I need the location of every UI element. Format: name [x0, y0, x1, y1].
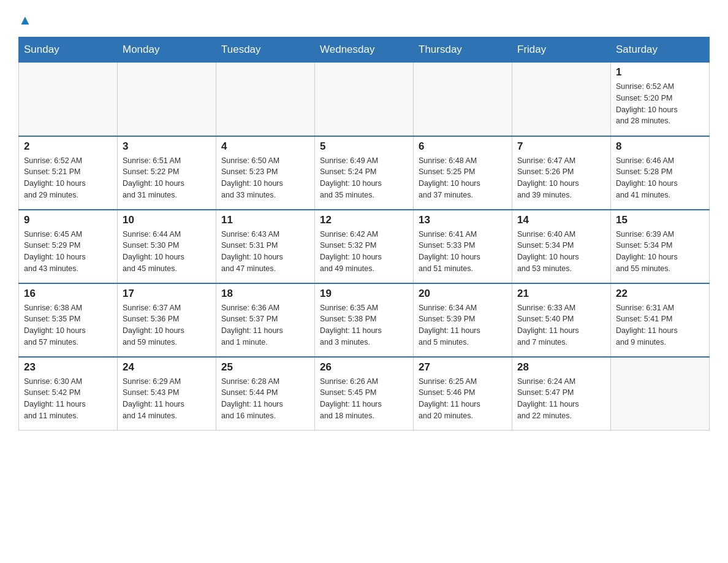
week-row-1: 1Sunrise: 6:52 AMSunset: 5:20 PMDaylight… — [19, 63, 710, 136]
calendar-cell: 15Sunrise: 6:39 AMSunset: 5:34 PMDayligh… — [611, 210, 710, 283]
calendar-cell: 14Sunrise: 6:40 AMSunset: 5:34 PMDayligh… — [512, 210, 611, 283]
day-number: 24 — [123, 361, 211, 373]
day-number: 15 — [616, 214, 704, 226]
day-info: Sunrise: 6:49 AMSunset: 5:24 PMDaylight:… — [320, 155, 408, 201]
day-info: Sunrise: 6:40 AMSunset: 5:34 PMDaylight:… — [517, 229, 605, 275]
calendar-cell: 12Sunrise: 6:42 AMSunset: 5:32 PMDayligh… — [315, 210, 414, 283]
day-info: Sunrise: 6:36 AMSunset: 5:37 PMDaylight:… — [221, 302, 309, 348]
calendar-cell: 20Sunrise: 6:34 AMSunset: 5:39 PMDayligh… — [414, 283, 512, 357]
calendar-cell — [19, 63, 118, 136]
day-info: Sunrise: 6:29 AMSunset: 5:43 PMDaylight:… — [123, 376, 211, 422]
week-row-5: 23Sunrise: 6:30 AMSunset: 5:42 PMDayligh… — [19, 357, 710, 431]
day-info: Sunrise: 6:51 AMSunset: 5:22 PMDaylight:… — [123, 155, 211, 201]
day-info: Sunrise: 6:30 AMSunset: 5:42 PMDaylight:… — [24, 376, 112, 422]
logo-blue-text: ▲ — [18, 12, 32, 28]
column-header-wednesday: Wednesday — [315, 37, 414, 63]
calendar-cell: 4Sunrise: 6:50 AMSunset: 5:23 PMDaylight… — [216, 136, 315, 210]
day-number: 21 — [517, 288, 605, 300]
day-number: 19 — [320, 288, 408, 300]
calendar-cell: 16Sunrise: 6:38 AMSunset: 5:35 PMDayligh… — [19, 283, 118, 357]
column-header-tuesday: Tuesday — [216, 37, 315, 63]
calendar-cell: 21Sunrise: 6:33 AMSunset: 5:40 PMDayligh… — [512, 283, 611, 357]
day-number: 25 — [221, 361, 309, 373]
day-info: Sunrise: 6:38 AMSunset: 5:35 PMDaylight:… — [24, 302, 112, 348]
column-header-sunday: Sunday — [19, 37, 118, 63]
day-number: 3 — [123, 140, 211, 153]
day-info: Sunrise: 6:24 AMSunset: 5:47 PMDaylight:… — [517, 376, 605, 422]
day-number: 8 — [616, 140, 704, 153]
calendar-cell: 5Sunrise: 6:49 AMSunset: 5:24 PMDaylight… — [315, 136, 414, 210]
day-info: Sunrise: 6:44 AMSunset: 5:30 PMDaylight:… — [123, 229, 211, 275]
day-info: Sunrise: 6:34 AMSunset: 5:39 PMDaylight:… — [419, 302, 507, 348]
day-number: 2 — [24, 140, 112, 153]
calendar-cell: 6Sunrise: 6:48 AMSunset: 5:25 PMDaylight… — [414, 136, 512, 210]
calendar-cell: 22Sunrise: 6:31 AMSunset: 5:41 PMDayligh… — [611, 283, 710, 357]
calendar-cell: 23Sunrise: 6:30 AMSunset: 5:42 PMDayligh… — [19, 357, 118, 431]
calendar-cell — [118, 63, 216, 136]
day-number: 18 — [221, 288, 309, 300]
calendar-cell: 26Sunrise: 6:26 AMSunset: 5:45 PMDayligh… — [315, 357, 414, 431]
calendar-cell — [414, 63, 512, 136]
calendar-cell — [216, 63, 315, 136]
calendar-header-row: SundayMondayTuesdayWednesdayThursdayFrid… — [19, 37, 710, 63]
column-header-saturday: Saturday — [611, 37, 710, 63]
calendar-cell: 3Sunrise: 6:51 AMSunset: 5:22 PMDaylight… — [118, 136, 216, 210]
day-info: Sunrise: 6:37 AMSunset: 5:36 PMDaylight:… — [123, 302, 211, 348]
calendar-cell: 9Sunrise: 6:45 AMSunset: 5:29 PMDaylight… — [19, 210, 118, 283]
week-row-2: 2Sunrise: 6:52 AMSunset: 5:21 PMDaylight… — [19, 136, 710, 210]
day-number: 4 — [221, 140, 309, 153]
logo: ▲ — [18, 12, 32, 27]
day-number: 16 — [24, 288, 112, 300]
calendar-cell: 24Sunrise: 6:29 AMSunset: 5:43 PMDayligh… — [118, 357, 216, 431]
calendar-cell: 19Sunrise: 6:35 AMSunset: 5:38 PMDayligh… — [315, 283, 414, 357]
column-header-thursday: Thursday — [414, 37, 512, 63]
calendar-cell — [512, 63, 611, 136]
day-number: 13 — [419, 214, 507, 226]
calendar-table: SundayMondayTuesdayWednesdayThursdayFrid… — [18, 37, 710, 431]
calendar-cell: 17Sunrise: 6:37 AMSunset: 5:36 PMDayligh… — [118, 283, 216, 357]
day-number: 20 — [419, 288, 507, 300]
week-row-3: 9Sunrise: 6:45 AMSunset: 5:29 PMDaylight… — [19, 210, 710, 283]
calendar-cell: 27Sunrise: 6:25 AMSunset: 5:46 PMDayligh… — [414, 357, 512, 431]
calendar-cell: 10Sunrise: 6:44 AMSunset: 5:30 PMDayligh… — [118, 210, 216, 283]
day-info: Sunrise: 6:42 AMSunset: 5:32 PMDaylight:… — [320, 229, 408, 275]
calendar-cell — [315, 63, 414, 136]
calendar-cell — [611, 357, 710, 431]
day-number: 9 — [24, 214, 112, 226]
calendar-cell: 7Sunrise: 6:47 AMSunset: 5:26 PMDaylight… — [512, 136, 611, 210]
calendar-cell: 28Sunrise: 6:24 AMSunset: 5:47 PMDayligh… — [512, 357, 611, 431]
calendar-cell: 13Sunrise: 6:41 AMSunset: 5:33 PMDayligh… — [414, 210, 512, 283]
day-info: Sunrise: 6:28 AMSunset: 5:44 PMDaylight:… — [221, 376, 309, 422]
calendar-cell: 8Sunrise: 6:46 AMSunset: 5:28 PMDaylight… — [611, 136, 710, 210]
day-number: 5 — [320, 140, 408, 153]
day-number: 28 — [517, 361, 605, 373]
week-row-4: 16Sunrise: 6:38 AMSunset: 5:35 PMDayligh… — [19, 283, 710, 357]
day-info: Sunrise: 6:52 AMSunset: 5:21 PMDaylight:… — [24, 155, 112, 201]
day-number: 23 — [24, 361, 112, 373]
day-number: 10 — [123, 214, 211, 226]
day-info: Sunrise: 6:33 AMSunset: 5:40 PMDaylight:… — [517, 302, 605, 348]
day-info: Sunrise: 6:46 AMSunset: 5:28 PMDaylight:… — [616, 155, 704, 201]
column-header-friday: Friday — [512, 37, 611, 63]
calendar-cell: 2Sunrise: 6:52 AMSunset: 5:21 PMDaylight… — [19, 136, 118, 210]
day-number: 26 — [320, 361, 408, 373]
day-info: Sunrise: 6:26 AMSunset: 5:45 PMDaylight:… — [320, 376, 408, 422]
column-header-monday: Monday — [118, 37, 216, 63]
day-number: 1 — [616, 66, 704, 79]
day-info: Sunrise: 6:39 AMSunset: 5:34 PMDaylight:… — [616, 229, 704, 275]
day-number: 14 — [517, 214, 605, 226]
day-number: 11 — [221, 214, 309, 226]
day-number: 27 — [419, 361, 507, 373]
day-info: Sunrise: 6:41 AMSunset: 5:33 PMDaylight:… — [419, 229, 507, 275]
day-info: Sunrise: 6:35 AMSunset: 5:38 PMDaylight:… — [320, 302, 408, 348]
calendar-cell: 1Sunrise: 6:52 AMSunset: 5:20 PMDaylight… — [611, 63, 710, 136]
day-number: 6 — [419, 140, 507, 153]
day-info: Sunrise: 6:52 AMSunset: 5:20 PMDaylight:… — [616, 81, 704, 127]
day-info: Sunrise: 6:43 AMSunset: 5:31 PMDaylight:… — [221, 229, 309, 275]
day-number: 12 — [320, 214, 408, 226]
day-number: 22 — [616, 288, 704, 300]
day-info: Sunrise: 6:45 AMSunset: 5:29 PMDaylight:… — [24, 229, 112, 275]
page-header: ▲ — [18, 12, 710, 27]
calendar-cell: 25Sunrise: 6:28 AMSunset: 5:44 PMDayligh… — [216, 357, 315, 431]
day-info: Sunrise: 6:50 AMSunset: 5:23 PMDaylight:… — [221, 155, 309, 201]
